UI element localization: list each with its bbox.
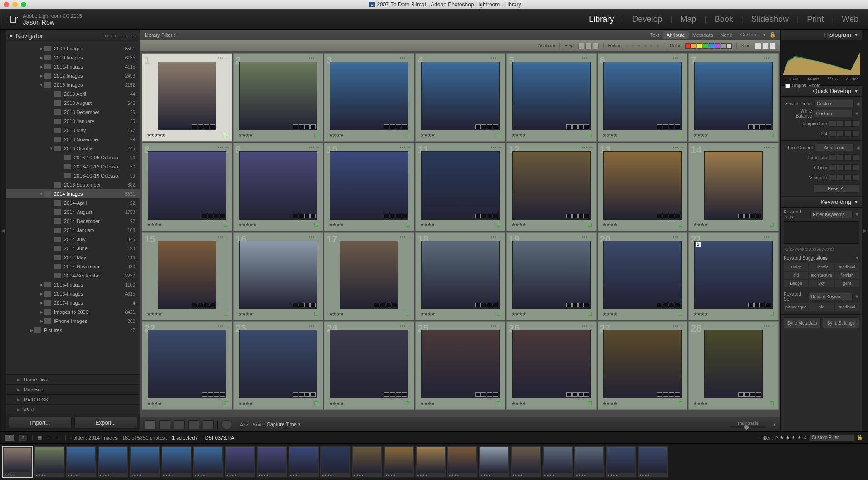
- window-close-button[interactable]: [4, 2, 9, 7]
- exp-up2[interactable]: [852, 154, 859, 161]
- grid-cell[interactable]: 23••• ─★★★★: [233, 321, 324, 410]
- nav-fwd-icon[interactable]: →: [56, 435, 61, 440]
- volume-row[interactable]: ▶iPad: [6, 404, 140, 414]
- color-swatch[interactable]: [721, 43, 726, 49]
- folder-row[interactable]: 2013 December25: [6, 108, 140, 117]
- clar-down2[interactable]: [829, 164, 836, 171]
- keyword-suggestion[interactable]: Color: [784, 263, 808, 271]
- grid-toggle-icon[interactable]: ▦: [37, 435, 42, 440]
- filmstrip-cell[interactable]: ★★★★: [161, 446, 192, 478]
- folder-row[interactable]: ▶Images to 20068421: [6, 307, 140, 317]
- toolbar-menu-icon[interactable]: ▴: [773, 421, 776, 427]
- kind-master-icon[interactable]: [755, 43, 761, 49]
- temp-down2[interactable]: [829, 120, 836, 127]
- grid-cell[interactable]: 22••• ─★★★★: [142, 321, 232, 410]
- vib-up[interactable]: [844, 174, 852, 181]
- filmstrip-cell[interactable]: ★★★★: [34, 446, 65, 478]
- keyword-suggestion[interactable]: Bridge: [784, 280, 808, 287]
- survey-view-button[interactable]: [188, 420, 199, 429]
- keyword-suggestion[interactable]: gent: [835, 280, 859, 287]
- filter-preset[interactable]: Custom... ▾: [740, 32, 766, 38]
- screen-2-button[interactable]: 2: [19, 434, 28, 441]
- module-book[interactable]: Book: [715, 15, 733, 24]
- grid-cell[interactable]: 24••• ─★★★★: [324, 321, 414, 410]
- volume-row[interactable]: ▶Mac Boot: [6, 384, 140, 394]
- grid-cell[interactable]: 15••• ─★★★★: [142, 232, 232, 321]
- filmstrip-cell[interactable]: ★★★★: [256, 446, 287, 478]
- color-swatch[interactable]: [685, 43, 691, 49]
- filmstrip-cell[interactable]: ★★★★: [2, 446, 33, 478]
- filter-rating-stars[interactable]: ≥ ★ ★ ★ ★ ☆: [775, 435, 808, 440]
- keyword-suggestion[interactable]: old: [784, 272, 808, 279]
- filmstrip-cell[interactable]: ★★★★: [638, 446, 668, 478]
- folder-row[interactable]: 2014-August1753: [6, 208, 140, 217]
- right-panel-toggle[interactable]: ▶: [862, 30, 868, 431]
- grid-cell[interactable]: 25••• ─★★★★: [415, 321, 505, 410]
- filmstrip-cell[interactable]: ★★★★: [574, 446, 605, 478]
- keyword-textarea[interactable]: [784, 221, 859, 244]
- keyword-set-item[interactable]: old: [809, 303, 834, 311]
- folder-row[interactable]: 2013-10-12 Odessa50: [6, 162, 140, 171]
- folder-row[interactable]: 2014-January108: [6, 226, 140, 235]
- nav-opt-fill[interactable]: FILL: [111, 34, 119, 38]
- filmstrip-cell[interactable]: ★★★★: [510, 446, 541, 478]
- sort-value[interactable]: Capture Time ▾: [267, 421, 301, 427]
- histogram-header[interactable]: Histogram▼: [781, 30, 862, 40]
- people-view-button[interactable]: [203, 420, 214, 429]
- clar-down[interactable]: [837, 164, 844, 171]
- nav-opt-fit[interactable]: FIT: [102, 34, 108, 38]
- filter-tab-none[interactable]: None: [717, 31, 736, 39]
- tint-up[interactable]: [844, 130, 852, 137]
- folder-row[interactable]: ▶2012 Images2493: [6, 71, 140, 80]
- grid-cell[interactable]: 13••• ─★★★★: [598, 143, 688, 231]
- keyword-set-select[interactable]: Recent Keywo...: [809, 293, 853, 300]
- filmstrip-cell[interactable]: ★★★★: [542, 446, 573, 478]
- grid-cell[interactable]: 5••• ─★★★★: [506, 53, 597, 142]
- rating-stars[interactable]: ≥ ★ ★ ★ ★ ★: [626, 43, 660, 48]
- vib-up2[interactable]: [852, 174, 859, 181]
- grid-cell[interactable]: 28••• ─★★★★: [688, 321, 779, 410]
- grid-cell[interactable]: 1••• ─★★★★★: [142, 53, 232, 142]
- color-swatch[interactable]: [726, 43, 732, 49]
- temp-up2[interactable]: [852, 120, 859, 127]
- grid-cell[interactable]: 16••• ─★★★★: [233, 232, 324, 321]
- exp-down2[interactable]: [829, 154, 836, 161]
- tint-down2[interactable]: [829, 130, 836, 137]
- white-balance-select[interactable]: Custom: [814, 110, 853, 117]
- folder-row[interactable]: ▶2017-Images4: [6, 298, 140, 307]
- folder-row[interactable]: 2013 May177: [6, 126, 140, 135]
- grid-cell[interactable]: 4••• ─★★★★: [415, 53, 505, 142]
- filmstrip-cell[interactable]: ★★★★: [479, 446, 510, 478]
- color-swatch[interactable]: [715, 43, 720, 49]
- exp-up[interactable]: [844, 154, 852, 161]
- filmstrip[interactable]: ★★★★★★★★★★★★★★★★★★★★★★★★★★★★★★★★★★★★★★★★…: [0, 443, 868, 480]
- grid-cell[interactable]: 10••• ─★★★★: [324, 143, 414, 231]
- screen-1-button[interactable]: 1: [5, 434, 14, 441]
- keyword-set-item[interactable]: medieval: [835, 303, 859, 311]
- folder-row[interactable]: ▼2013 October245: [6, 144, 140, 153]
- color-swatch[interactable]: [697, 43, 702, 49]
- nav-opt-1-1[interactable]: 1:1: [122, 34, 128, 38]
- keyword-input[interactable]: Click here to add keywords: [784, 246, 859, 253]
- filter-tab-metadata[interactable]: Metadata: [689, 31, 717, 39]
- flag-rejected-icon[interactable]: [593, 43, 599, 49]
- folder-row[interactable]: 2013 November99: [6, 135, 140, 144]
- nav-opt-3-1[interactable]: 3:1: [130, 34, 136, 38]
- module-web[interactable]: Web: [842, 15, 858, 24]
- filmstrip-cell[interactable]: ★★★★: [193, 446, 224, 478]
- grid-view[interactable]: 1••• ─★★★★★2••• ─★★★★3••• ─★★★★4••• ─★★★…: [140, 51, 780, 417]
- folder-row[interactable]: 2014-September2257: [6, 271, 140, 280]
- grid-cell[interactable]: 7••• ─★★★★: [688, 53, 779, 142]
- folder-row[interactable]: 2014-November930: [6, 262, 140, 271]
- flag-picked-icon[interactable]: [578, 43, 584, 49]
- grid-cell[interactable]: 14••• ─★★★★: [688, 143, 779, 231]
- grid-cell[interactable]: 21••• ─2★★★★: [688, 232, 779, 321]
- status-folder[interactable]: Folder : 2014 Images: [70, 435, 118, 440]
- loupe-view-button[interactable]: [159, 420, 170, 429]
- grid-cell[interactable]: 27••• ─★★★★: [598, 321, 688, 410]
- original-photo-checkbox[interactable]: Original Photo: [783, 82, 860, 89]
- temp-down[interactable]: [837, 120, 844, 127]
- sort-order-icon[interactable]: A↕Z: [240, 422, 249, 427]
- keyword-mode-select[interactable]: Enter Keywords: [810, 211, 853, 218]
- custom-filter-select[interactable]: Custom Filter: [809, 434, 855, 441]
